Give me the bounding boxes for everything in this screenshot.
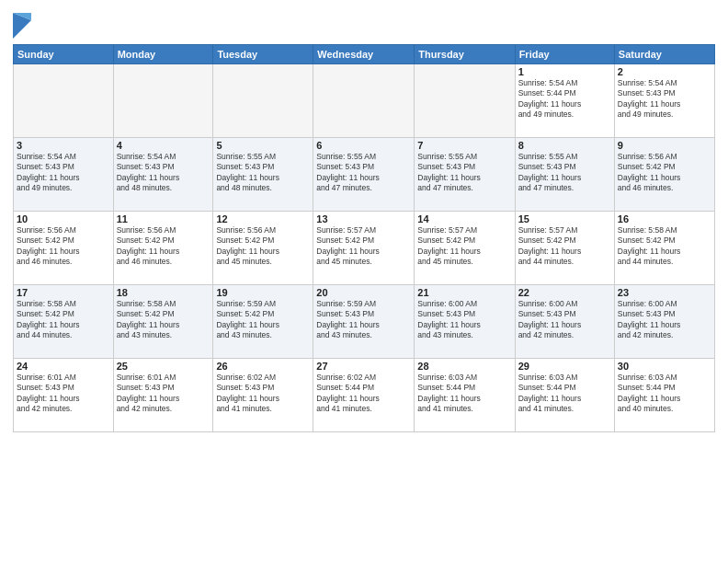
day-info: Sunrise: 5:57 AMSunset: 5:42 PMDaylight:… — [417, 225, 511, 268]
calendar-cell: 20Sunrise: 5:59 AMSunset: 5:43 PMDayligh… — [313, 285, 415, 359]
day-info: Sunrise: 5:56 AMSunset: 5:42 PMDaylight:… — [117, 225, 210, 268]
calendar-cell — [113, 64, 213, 138]
calendar-cell: 21Sunrise: 6:00 AMSunset: 5:43 PMDayligh… — [415, 285, 515, 359]
calendar-cell: 1Sunrise: 5:54 AMSunset: 5:44 PMDaylight… — [515, 64, 614, 138]
day-number: 19 — [216, 287, 310, 298]
week-row-2: 3Sunrise: 5:54 AMSunset: 5:43 PMDaylight… — [14, 138, 715, 212]
day-info: Sunrise: 5:59 AMSunset: 5:42 PMDaylight:… — [216, 299, 310, 341]
weekday-sunday: Sunday — [14, 45, 114, 64]
calendar-cell: 5Sunrise: 5:55 AMSunset: 5:43 PMDaylight… — [213, 138, 313, 212]
day-info: Sunrise: 5:54 AMSunset: 5:44 PMDaylight:… — [518, 78, 611, 121]
weekday-thursday: Thursday — [415, 45, 515, 64]
day-info: Sunrise: 5:57 AMSunset: 5:42 PMDaylight:… — [518, 225, 611, 268]
day-info: Sunrise: 5:58 AMSunset: 5:42 PMDaylight:… — [117, 299, 210, 341]
day-number: 13 — [316, 213, 411, 224]
weekday-header-row: SundayMondayTuesdayWednesdayThursdayFrid… — [14, 45, 715, 64]
week-row-3: 10Sunrise: 5:56 AMSunset: 5:42 PMDayligh… — [14, 212, 715, 285]
week-row-5: 24Sunrise: 6:01 AMSunset: 5:43 PMDayligh… — [14, 359, 715, 432]
day-number: 20 — [316, 287, 411, 298]
calendar-cell: 4Sunrise: 5:54 AMSunset: 5:43 PMDaylight… — [113, 138, 213, 212]
day-number: 2 — [618, 66, 711, 77]
day-number: 9 — [618, 140, 711, 151]
day-info: Sunrise: 5:55 AMSunset: 5:43 PMDaylight:… — [417, 152, 511, 194]
calendar-cell — [14, 64, 114, 138]
calendar-cell: 7Sunrise: 5:55 AMSunset: 5:43 PMDaylight… — [415, 138, 515, 212]
day-number: 4 — [117, 140, 210, 151]
calendar-cell: 28Sunrise: 6:03 AMSunset: 5:44 PMDayligh… — [415, 359, 515, 432]
weekday-tuesday: Tuesday — [213, 45, 313, 64]
day-number: 16 — [618, 213, 711, 224]
calendar-cell: 24Sunrise: 6:01 AMSunset: 5:43 PMDayligh… — [14, 359, 114, 432]
weekday-monday: Monday — [113, 45, 213, 64]
day-info: Sunrise: 5:54 AMSunset: 5:43 PMDaylight:… — [117, 152, 210, 194]
calendar-cell: 13Sunrise: 5:57 AMSunset: 5:42 PMDayligh… — [313, 212, 415, 285]
day-info: Sunrise: 6:03 AMSunset: 5:44 PMDaylight:… — [618, 373, 711, 415]
calendar-cell: 12Sunrise: 5:56 AMSunset: 5:42 PMDayligh… — [213, 212, 313, 285]
day-number: 8 — [518, 140, 611, 151]
day-number: 11 — [117, 213, 210, 224]
day-number: 6 — [316, 140, 411, 151]
day-number: 21 — [417, 287, 511, 298]
day-number: 30 — [618, 361, 711, 372]
header — [13, 9, 715, 39]
calendar-cell: 8Sunrise: 5:55 AMSunset: 5:43 PMDaylight… — [515, 138, 614, 212]
weekday-saturday: Saturday — [614, 45, 714, 64]
calendar-cell: 11Sunrise: 5:56 AMSunset: 5:42 PMDayligh… — [113, 212, 213, 285]
week-row-4: 17Sunrise: 5:58 AMSunset: 5:42 PMDayligh… — [14, 285, 715, 359]
calendar-cell: 2Sunrise: 5:54 AMSunset: 5:43 PMDaylight… — [614, 64, 714, 138]
day-number: 24 — [17, 361, 110, 372]
calendar-cell: 17Sunrise: 5:58 AMSunset: 5:42 PMDayligh… — [14, 285, 114, 359]
day-number: 5 — [216, 140, 310, 151]
calendar-cell: 14Sunrise: 5:57 AMSunset: 5:42 PMDayligh… — [415, 212, 515, 285]
calendar-cell — [415, 64, 515, 138]
calendar-cell — [213, 64, 313, 138]
day-info: Sunrise: 6:00 AMSunset: 5:43 PMDaylight:… — [518, 299, 611, 341]
calendar-cell: 16Sunrise: 5:58 AMSunset: 5:42 PMDayligh… — [614, 212, 714, 285]
day-number: 14 — [417, 213, 511, 224]
day-number: 1 — [518, 66, 611, 77]
calendar-cell: 3Sunrise: 5:54 AMSunset: 5:43 PMDaylight… — [14, 138, 114, 212]
calendar-cell: 23Sunrise: 6:00 AMSunset: 5:43 PMDayligh… — [614, 285, 714, 359]
calendar-cell: 15Sunrise: 5:57 AMSunset: 5:42 PMDayligh… — [515, 212, 614, 285]
logo — [13, 13, 34, 39]
day-info: Sunrise: 6:00 AMSunset: 5:43 PMDaylight:… — [417, 299, 511, 341]
week-row-1: 1Sunrise: 5:54 AMSunset: 5:44 PMDaylight… — [14, 64, 715, 138]
day-number: 22 — [518, 287, 611, 298]
day-number: 29 — [518, 361, 611, 372]
weekday-friday: Friday — [515, 45, 614, 64]
day-info: Sunrise: 6:03 AMSunset: 5:44 PMDaylight:… — [417, 373, 511, 415]
day-info: Sunrise: 6:02 AMSunset: 5:44 PMDaylight:… — [316, 373, 411, 415]
calendar-cell: 29Sunrise: 6:03 AMSunset: 5:44 PMDayligh… — [515, 359, 614, 432]
day-info: Sunrise: 6:02 AMSunset: 5:43 PMDaylight:… — [216, 373, 310, 415]
day-number: 17 — [17, 287, 110, 298]
calendar-cell: 9Sunrise: 5:56 AMSunset: 5:42 PMDaylight… — [614, 138, 714, 212]
day-info: Sunrise: 5:57 AMSunset: 5:42 PMDaylight:… — [316, 225, 411, 268]
page: SundayMondayTuesdayWednesdayThursdayFrid… — [0, 0, 728, 563]
logo-icon — [13, 13, 31, 39]
calendar-cell: 27Sunrise: 6:02 AMSunset: 5:44 PMDayligh… — [313, 359, 415, 432]
day-number: 23 — [618, 287, 711, 298]
calendar-cell: 19Sunrise: 5:59 AMSunset: 5:42 PMDayligh… — [213, 285, 313, 359]
day-number: 27 — [316, 361, 411, 372]
day-info: Sunrise: 5:56 AMSunset: 5:42 PMDaylight:… — [17, 225, 110, 268]
calendar-table: SundayMondayTuesdayWednesdayThursdayFrid… — [13, 44, 715, 432]
day-info: Sunrise: 5:58 AMSunset: 5:42 PMDaylight:… — [17, 299, 110, 341]
weekday-wednesday: Wednesday — [313, 45, 415, 64]
calendar-cell: 25Sunrise: 6:01 AMSunset: 5:43 PMDayligh… — [113, 359, 213, 432]
day-info: Sunrise: 6:01 AMSunset: 5:43 PMDaylight:… — [17, 373, 110, 415]
calendar-cell: 22Sunrise: 6:00 AMSunset: 5:43 PMDayligh… — [515, 285, 614, 359]
calendar-cell: 26Sunrise: 6:02 AMSunset: 5:43 PMDayligh… — [213, 359, 313, 432]
day-number: 15 — [518, 213, 611, 224]
calendar-cell: 30Sunrise: 6:03 AMSunset: 5:44 PMDayligh… — [614, 359, 714, 432]
day-info: Sunrise: 5:56 AMSunset: 5:42 PMDaylight:… — [216, 225, 310, 268]
day-number: 10 — [17, 213, 110, 224]
day-info: Sunrise: 5:59 AMSunset: 5:43 PMDaylight:… — [316, 299, 411, 341]
day-number: 7 — [417, 140, 511, 151]
calendar-cell: 6Sunrise: 5:55 AMSunset: 5:43 PMDaylight… — [313, 138, 415, 212]
day-number: 18 — [117, 287, 210, 298]
day-number: 12 — [216, 213, 310, 224]
calendar-cell: 18Sunrise: 5:58 AMSunset: 5:42 PMDayligh… — [113, 285, 213, 359]
calendar-cell — [313, 64, 415, 138]
day-number: 3 — [17, 140, 110, 151]
day-info: Sunrise: 5:56 AMSunset: 5:42 PMDaylight:… — [618, 152, 711, 194]
